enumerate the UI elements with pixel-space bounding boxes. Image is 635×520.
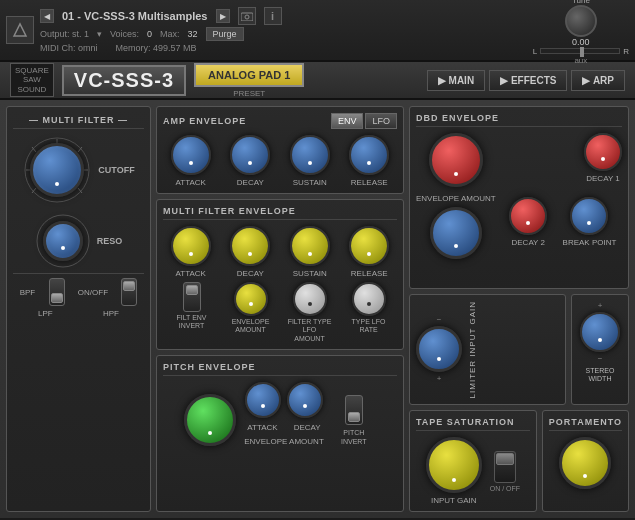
pitch-decay-label: DECAY bbox=[294, 423, 321, 432]
limiter-minus: − bbox=[437, 315, 442, 324]
stereo-width-label: STEREO WIDTH bbox=[578, 367, 622, 384]
mfe-title: MULTI FILTER ENVELOPE bbox=[163, 206, 397, 220]
limiter-box: − + LIMITER INPUT GAIN bbox=[409, 294, 566, 405]
amp-sustain-label: SUSTAIN bbox=[293, 178, 327, 187]
tune-knob[interactable] bbox=[565, 5, 597, 37]
pitch-invert-toggle[interactable] bbox=[345, 395, 363, 425]
type-lfo-rate-col: TYPE LFO RATE bbox=[347, 282, 391, 343]
env-lfo-buttons: ENV LFO bbox=[331, 113, 397, 129]
hpf-label: HPF bbox=[103, 309, 119, 318]
reso-knob-area bbox=[35, 213, 91, 269]
break-point-label: BREAK POINT bbox=[563, 238, 617, 247]
dbd-blue-knob[interactable] bbox=[430, 207, 482, 259]
pitch-decay-knob[interactable] bbox=[287, 382, 323, 418]
next-instrument[interactable]: ▶ bbox=[216, 9, 230, 23]
preset-bar: SQUARE SAW SOUND VC-SSS-3 ANALOG PAD 1 P… bbox=[0, 62, 635, 100]
env-button[interactable]: ENV bbox=[331, 113, 364, 129]
tape-on-off-toggle: ON / OFF bbox=[490, 451, 520, 492]
amp-env-knobs: ATTACK DECAY SUSTAIN RELEASE bbox=[163, 135, 397, 187]
portamento-title: PORTAMENTO bbox=[549, 417, 622, 431]
filter-type-row: BPF ON/OFF bbox=[13, 273, 144, 306]
break-point-knob[interactable] bbox=[570, 197, 608, 235]
left-column: — MULTI FILTER — bbox=[6, 106, 151, 512]
tab-main[interactable]: ▶ MAIN bbox=[427, 70, 485, 91]
logo bbox=[6, 16, 34, 44]
camera-icon[interactable] bbox=[238, 7, 256, 25]
mfe-sustain-label: SUSTAIN bbox=[293, 269, 327, 278]
center-column: AMP ENVELOPE ENV LFO ATTACK DECAY SUSTAI bbox=[156, 106, 404, 512]
multi-filter-title: — MULTI FILTER — bbox=[13, 115, 144, 129]
reso-knob[interactable] bbox=[43, 221, 83, 261]
mfe-attack-knob[interactable] bbox=[171, 226, 211, 266]
decay1-knob[interactable] bbox=[584, 133, 622, 171]
portamento-knob[interactable] bbox=[559, 437, 611, 489]
brand-line2: SAW bbox=[15, 75, 49, 85]
max-val: 32 bbox=[188, 29, 198, 39]
pitch-attack-knob[interactable] bbox=[245, 382, 281, 418]
amp-sustain-knob[interactable] bbox=[290, 135, 330, 175]
pitch-attack-label: ATTACK bbox=[247, 423, 277, 432]
multi-filter-section: — MULTI FILTER — bbox=[6, 106, 151, 512]
lpf-label: LPF bbox=[38, 309, 53, 318]
tune-value: 0.00 bbox=[572, 37, 590, 47]
pitch-env-amount-knob[interactable] bbox=[184, 394, 236, 446]
preset-name[interactable]: ANALOG PAD 1 bbox=[194, 63, 304, 87]
sw-plus: + bbox=[598, 301, 603, 310]
lr-track[interactable] bbox=[540, 48, 620, 54]
limiter-knob[interactable] bbox=[416, 326, 462, 372]
limiter-section: − + bbox=[416, 315, 462, 383]
right-column: DBD ENVELOPE ENVELOPE AMOUNT bbox=[409, 106, 629, 512]
filter-type-lfo-label: FILTER TYPE LFO AMOUNT bbox=[288, 318, 332, 343]
stereo-width-knob[interactable] bbox=[580, 312, 620, 352]
portamento-box: PORTAMENTO bbox=[542, 410, 629, 512]
filter-type-toggle[interactable] bbox=[49, 278, 65, 306]
filt-env-invert-toggle[interactable] bbox=[183, 282, 201, 312]
dbd-title: DBD ENVELOPE bbox=[416, 113, 622, 127]
purge-button[interactable]: Purge bbox=[206, 27, 244, 41]
cutoff-knob[interactable] bbox=[30, 143, 84, 197]
pitch-env-title: PITCH ENVELOPE bbox=[163, 362, 397, 376]
pitch-adsr-row bbox=[245, 382, 323, 418]
mfe-release-knob[interactable] bbox=[349, 226, 389, 266]
sw-minus: − bbox=[598, 354, 603, 363]
type-lfo-rate-knob[interactable] bbox=[352, 282, 386, 316]
output-label: Output: st. 1 bbox=[40, 29, 89, 39]
preset-sublabel: PRESET bbox=[233, 89, 265, 98]
svg-rect-1 bbox=[241, 13, 253, 21]
voices-label: Voices: bbox=[110, 29, 139, 39]
filter-type-lfo-amount-knob[interactable] bbox=[293, 282, 327, 316]
memory-label: Memory: 499.57 MB bbox=[116, 43, 197, 53]
amp-release-knob[interactable] bbox=[349, 135, 389, 175]
filt-env-invert-col: FILT ENV INVERT bbox=[170, 282, 214, 343]
info-icon[interactable]: i bbox=[264, 7, 282, 25]
vc-title: VC-SSS-3 bbox=[62, 65, 186, 96]
lr-r-label: R bbox=[623, 47, 629, 56]
on-off-label: ON/OFF bbox=[78, 288, 108, 297]
tab-arp[interactable]: ▶ ARP bbox=[571, 70, 625, 91]
tab-effects[interactable]: ▶ EFFECTS bbox=[489, 70, 567, 91]
dbd-env-amount-knob[interactable] bbox=[429, 133, 483, 187]
amp-attack-knob[interactable] bbox=[171, 135, 211, 175]
brand-line3: SOUND bbox=[15, 85, 49, 95]
mfe-sustain-knob[interactable] bbox=[290, 226, 330, 266]
mfe-decay-knob[interactable] bbox=[230, 226, 270, 266]
bpf-label: BPF bbox=[20, 288, 36, 297]
prev-instrument[interactable]: ◀ bbox=[40, 9, 54, 23]
mfe-attack-label: ATTACK bbox=[176, 269, 206, 278]
max-label: Max: bbox=[160, 29, 180, 39]
lr-slider[interactable]: L R bbox=[533, 47, 629, 56]
amp-release-label: RELEASE bbox=[351, 178, 388, 187]
amp-decay-knob[interactable] bbox=[230, 135, 270, 175]
limiter-title: LIMITER INPUT GAIN bbox=[468, 301, 477, 398]
mfe-env-amount-knob[interactable] bbox=[234, 282, 268, 316]
filter-type-lfo-amount-col: FILTER TYPE LFO AMOUNT bbox=[288, 282, 332, 343]
decay2-label: DECAY 2 bbox=[511, 238, 545, 247]
tape-saturation-box: TAPE SATURATION INPUT GAIN ON / OFF bbox=[409, 410, 537, 512]
tape-input-gain-knob[interactable] bbox=[426, 437, 482, 493]
cutoff-label: CUTOFF bbox=[98, 165, 134, 175]
svg-marker-0 bbox=[14, 24, 26, 36]
lfo-button[interactable]: LFO bbox=[365, 113, 397, 129]
decay2-knob[interactable] bbox=[509, 197, 547, 235]
on-off-toggle-switch[interactable] bbox=[121, 278, 137, 306]
tape-on-off-switch[interactable] bbox=[494, 451, 516, 483]
